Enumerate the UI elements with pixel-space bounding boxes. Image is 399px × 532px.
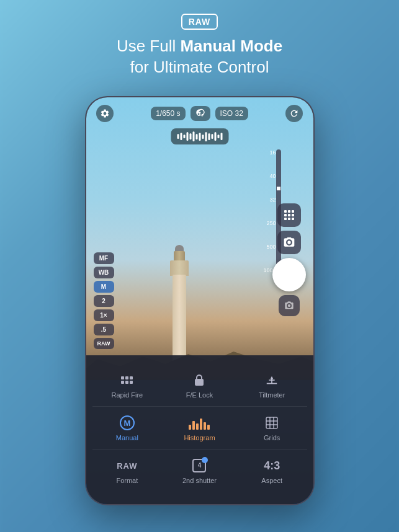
shutter-speed-display[interactable]: 1/650 s [151,107,185,120]
raw-badge: RAW [181,14,218,30]
aspect-icon: 4:3 [264,457,280,474]
histogram-item[interactable]: Histogram [164,408,235,448]
exposure-icon [195,109,205,118]
m-circle: M [120,415,135,430]
aspect-label: Aspect [261,477,282,484]
exposure-comp-button[interactable]: 2 [94,295,114,307]
rf-dot [121,381,124,384]
fe-lock-label: F/E Lock [186,391,213,399]
manual-icon: M [120,414,135,432]
waveform-bar [186,132,188,141]
camera-capture-button[interactable] [277,231,301,254]
shutter2-badge [202,457,208,463]
histogram-icon [189,414,210,432]
headline-line2: for Ultimate Control [130,58,269,76]
right-controls [272,203,306,316]
hist-bars [189,416,210,430]
tiltmeter-icon [265,371,279,389]
svg-rect-6 [284,218,287,220]
settings-icon[interactable] [96,105,114,122]
rapid-fire-icon-shape [121,376,133,384]
tiltmeter-item[interactable]: Tiltmeter [237,365,307,405]
shutter2-num: 4 [198,463,202,469]
panel-divider-2 [92,449,307,450]
rf-dot [130,376,133,379]
waveform-bar [195,134,197,140]
m-button[interactable]: M [94,281,114,293]
lock-shackle [196,375,202,379]
svg-rect-4 [288,214,290,216]
secondary-camera-svg [284,301,294,311]
aspect-item[interactable]: 4:3 Aspect [237,451,307,490]
camera-top-bar: 1/650 s ISO 32 [86,105,313,122]
waveform-bar [220,133,222,140]
rapid-fire-item[interactable]: Rapid Fire [92,365,163,405]
waveform-bar [202,135,204,139]
headline: Use Full Manual Mode for Ultimate Contro… [0,36,399,78]
hist-bar-3 [196,423,199,430]
waveform-bar [183,135,185,138]
manual-label: Manual [116,434,138,441]
shutter-speed-label: 1/650 s [156,109,180,118]
rf-dot [121,376,124,379]
tiltmeter-label: Tiltmeter [259,391,285,399]
fe-lock-icon [195,371,204,389]
headline-bold: Manual Mode [180,37,282,55]
waveform-bar [205,132,207,141]
hist-bar-2 [192,421,195,430]
waveform-bar [199,133,200,141]
panel-divider-1 [92,406,307,407]
waveform-bar [189,133,191,140]
raw-format-label: Format [116,477,138,484]
hist-bar-1 [189,425,191,430]
grid-dots-svg [284,210,295,221]
panel-row-2: M Manual Histogram [92,408,307,448]
lighthouse-body [173,275,186,368]
svg-rect-0 [284,210,287,213]
secondary-camera-button[interactable] [279,295,300,316]
mf-button[interactable]: MF [94,252,114,264]
grid-dots-button[interactable] [277,203,301,227]
manual-item[interactable]: M Manual [92,408,163,448]
iso-display[interactable]: ISO 32 [215,107,248,120]
refresh-icon[interactable] [285,105,303,122]
top-section: RAW Use Full Manual Mode for Ultimate Co… [0,0,399,78]
waveform-bar [208,133,210,140]
rf-row-2 [121,381,133,384]
scale-label-32: 32 [263,197,276,203]
shutter2-item[interactable]: 4 2nd shutter [164,451,235,490]
scale-label-40: 40 [263,173,276,179]
zoom-half-button[interactable]: .5 [94,324,114,335]
svg-rect-1 [288,210,290,213]
raw-format-icon: RAW [117,457,137,474]
scale-indicator [277,187,280,190]
raw-button[interactable]: RAW [94,338,114,349]
rapid-fire-icon [121,371,133,389]
headline-normal: Use Full [117,37,181,55]
waveform-bar [217,135,219,138]
rf-dot [125,376,128,379]
shutter2-box: 4 [192,459,206,472]
panel-row-1: Rapid Fire F/E Lock [92,365,307,405]
scale-label-16: 16 [263,149,276,156]
lock-shape [195,375,204,386]
svg-rect-3 [284,214,287,216]
raw-format-item[interactable]: RAW Format [92,451,163,490]
waveform-bar [211,134,213,139]
rf-dot [130,381,133,384]
exposure-btn[interactable] [191,106,210,121]
zoom-1x-button[interactable]: 1× [94,309,114,321]
grids-item[interactable]: Grids [237,408,307,448]
grids-svg [265,416,279,430]
rf-row-1 [121,376,133,379]
wb-button[interactable]: WB [94,267,114,278]
shutter2-label: 2nd shutter [182,477,217,484]
tiltmeter-svg [265,373,279,387]
raw-icon-text: RAW [117,462,137,470]
main-shutter-button[interactable] [272,258,306,291]
camera-svg [283,236,295,249]
audio-waveform [171,128,228,144]
phone-frame: 1/650 s ISO 32 MF WB [85,96,315,505]
hist-bar-5 [204,422,206,430]
fe-lock-item[interactable]: F/E Lock [164,365,235,405]
